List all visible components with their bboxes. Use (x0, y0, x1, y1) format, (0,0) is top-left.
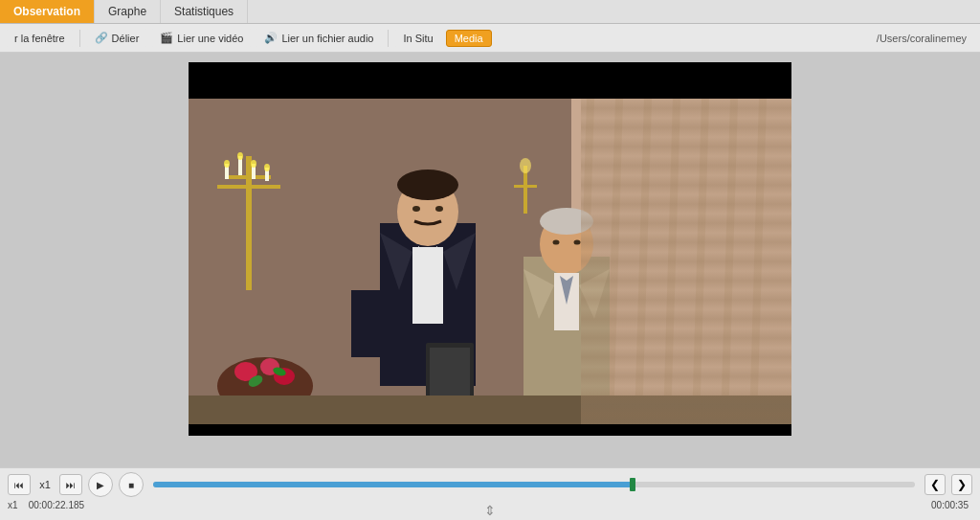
link-audio-button[interactable]: 🔊 Lier un fichier audio (256, 29, 382, 47)
svg-line-7 (724, 99, 734, 424)
play-button[interactable]: ▶ (88, 472, 113, 497)
svg-point-22 (520, 158, 531, 173)
link-video-button[interactable]: 🎬 Lier une vidéo (151, 29, 252, 47)
svg-rect-34 (351, 290, 380, 357)
time-total: 00:00:35 (931, 500, 972, 510)
svg-rect-21 (514, 185, 537, 188)
speed-small: x1 (8, 500, 18, 510)
svg-marker-46 (579, 269, 610, 319)
svg-point-17 (237, 152, 243, 160)
play-icon: ▶ (97, 480, 104, 490)
file-path: /Users/coralinemey (877, 33, 974, 44)
svg-point-25 (397, 170, 458, 200)
svg-line-3 (610, 99, 619, 424)
audio-icon: 🔊 (264, 32, 278, 44)
rewind-icon: ⏮ (14, 480, 24, 490)
video-frame (189, 62, 791, 436)
timeline-track[interactable] (153, 482, 915, 487)
timeline-marker (630, 478, 635, 491)
svg-rect-11 (217, 185, 280, 189)
separator2 (388, 30, 389, 47)
svg-point-19 (264, 164, 270, 171)
svg-point-41 (553, 239, 560, 244)
svg-rect-10 (227, 175, 271, 179)
stop-button[interactable]: ■ (119, 472, 144, 497)
next-frame-button[interactable]: ❯ (951, 474, 972, 495)
fast-forward-icon: ⏭ (66, 480, 76, 490)
speed-label: x1 (36, 479, 54, 490)
prev-frame-button[interactable]: ❮ (924, 474, 946, 495)
svg-point-42 (574, 239, 581, 244)
video-scene-svg (189, 99, 791, 424)
tab-bar: Observation Graphe Statistiques (0, 0, 980, 24)
stop-icon: ■ (128, 480, 134, 490)
svg-line-2 (581, 99, 590, 424)
svg-point-16 (224, 160, 230, 168)
unlink-button[interactable]: 🔗 Délier (86, 29, 148, 47)
svg-point-40 (540, 208, 593, 235)
svg-rect-53 (189, 396, 791, 424)
svg-point-18 (251, 160, 256, 168)
svg-line-8 (753, 99, 763, 424)
time-current: x1 00:00:22.185 (8, 500, 84, 510)
prev-arrow-icon: ❮ (930, 478, 940, 491)
window-button[interactable]: r la fenêtre (6, 30, 74, 47)
controls-row: ⏮ x1 ⏭ ▶ ■ ❮ ❯ (8, 472, 972, 497)
fast-forward-button[interactable]: ⏭ (59, 474, 82, 495)
tab-graphe[interactable]: Graphe (95, 0, 161, 23)
svg-line-4 (638, 99, 648, 424)
video-icon: 🎬 (160, 32, 173, 44)
svg-rect-31 (412, 247, 443, 324)
tab-statistiques[interactable]: Statistiques (161, 0, 248, 23)
in-situ-button[interactable]: In Situ (394, 30, 441, 47)
link-icon: 🔗 (95, 32, 108, 44)
media-button[interactable]: Media (446, 30, 492, 47)
main-content (0, 53, 980, 467)
separator (79, 30, 80, 47)
svg-line-6 (696, 99, 705, 424)
svg-line-5 (667, 99, 677, 424)
timeline[interactable] (153, 482, 915, 487)
svg-point-27 (435, 206, 443, 212)
video-player[interactable] (189, 62, 791, 436)
svg-point-26 (412, 206, 420, 212)
expand-handle[interactable]: ⇕ (484, 503, 496, 518)
svg-rect-37 (430, 348, 470, 396)
tab-observation[interactable]: Observation (0, 0, 95, 23)
rewind-button[interactable]: ⏮ (8, 474, 31, 495)
timeline-progress (153, 482, 633, 487)
video-scene (189, 99, 791, 424)
svg-rect-1 (571, 99, 791, 424)
next-arrow-icon: ❯ (957, 478, 967, 491)
toolbar: r la fenêtre 🔗 Délier 🎬 Lier une vidéo 🔊… (0, 24, 980, 53)
current-time: 00:00:22.185 (29, 500, 84, 510)
